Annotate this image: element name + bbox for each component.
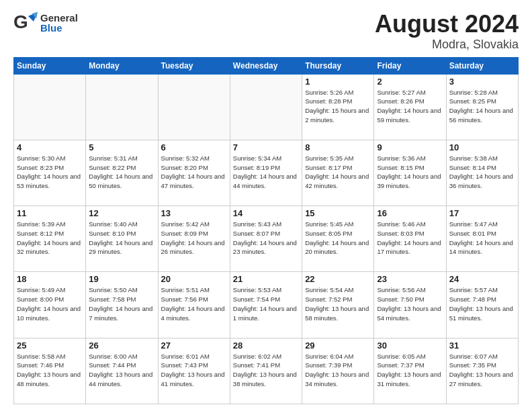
day-cell-0-4: 1Sunrise: 5:26 AM Sunset: 8:28 PM Daylig… [302, 74, 374, 140]
day-cell-4-1: 26Sunrise: 6:00 AM Sunset: 7:44 PM Dayli… [86, 338, 158, 404]
day-cell-3-6: 24Sunrise: 5:57 AM Sunset: 7:48 PM Dayli… [446, 272, 518, 338]
day-cell-0-2 [158, 74, 230, 140]
col-friday: Friday [374, 57, 446, 74]
day-cell-1-5: 9Sunrise: 5:36 AM Sunset: 8:15 PM Daylig… [374, 140, 446, 205]
day-info: Sunrise: 6:04 AM Sunset: 7:39 PM Dayligh… [305, 352, 371, 389]
day-cell-0-5: 2Sunrise: 5:27 AM Sunset: 8:26 PM Daylig… [374, 74, 446, 140]
day-info: Sunrise: 5:53 AM Sunset: 7:54 PM Dayligh… [233, 285, 299, 322]
day-info: Sunrise: 5:35 AM Sunset: 8:17 PM Dayligh… [305, 154, 371, 191]
logo: G General Blue [13, 11, 78, 35]
day-info: Sunrise: 6:07 AM Sunset: 7:35 PM Dayligh… [449, 352, 515, 389]
day-number: 22 [305, 274, 371, 284]
day-cell-2-2: 13Sunrise: 5:42 AM Sunset: 8:09 PM Dayli… [158, 206, 230, 272]
day-cell-3-3: 21Sunrise: 5:53 AM Sunset: 7:54 PM Dayli… [230, 272, 302, 338]
day-cell-0-3 [230, 74, 302, 140]
logo-blue-text: Blue [40, 23, 78, 33]
day-info: Sunrise: 5:30 AM Sunset: 8:23 PM Dayligh… [17, 154, 83, 191]
day-info: Sunrise: 6:00 AM Sunset: 7:44 PM Dayligh… [89, 352, 154, 389]
day-cell-2-6: 17Sunrise: 5:47 AM Sunset: 8:01 PM Dayli… [446, 206, 518, 272]
day-info: Sunrise: 5:27 AM Sunset: 8:26 PM Dayligh… [377, 88, 443, 125]
day-info: Sunrise: 5:39 AM Sunset: 8:12 PM Dayligh… [17, 220, 83, 257]
week-row-1: 4Sunrise: 5:30 AM Sunset: 8:23 PM Daylig… [14, 140, 519, 205]
day-number: 15 [305, 208, 371, 218]
day-number: 19 [89, 274, 154, 284]
header: G General Blue August 2024 Modra, Slovak… [13, 11, 519, 52]
day-number: 25 [17, 340, 83, 351]
day-number: 4 [17, 142, 83, 152]
day-number: 2 [377, 77, 443, 87]
day-cell-4-0: 25Sunrise: 5:58 AM Sunset: 7:46 PM Dayli… [14, 338, 86, 404]
calendar-table: Sunday Monday Tuesday Wednesday Thursday… [13, 57, 519, 404]
day-info: Sunrise: 5:51 AM Sunset: 7:56 PM Dayligh… [161, 285, 227, 322]
calendar-subtitle: Modra, Slovakia [375, 38, 519, 52]
day-info: Sunrise: 5:43 AM Sunset: 8:07 PM Dayligh… [233, 220, 299, 257]
week-row-2: 11Sunrise: 5:39 AM Sunset: 8:12 PM Dayli… [14, 206, 519, 272]
day-cell-1-2: 6Sunrise: 5:32 AM Sunset: 8:20 PM Daylig… [158, 140, 230, 205]
day-info: Sunrise: 5:57 AM Sunset: 7:48 PM Dayligh… [449, 285, 515, 322]
day-info: Sunrise: 5:38 AM Sunset: 8:14 PM Dayligh… [449, 154, 515, 191]
day-info: Sunrise: 6:01 AM Sunset: 7:43 PM Dayligh… [161, 352, 227, 389]
col-tuesday: Tuesday [158, 57, 230, 74]
day-info: Sunrise: 5:34 AM Sunset: 8:19 PM Dayligh… [233, 154, 299, 191]
week-row-0: 1Sunrise: 5:26 AM Sunset: 8:28 PM Daylig… [14, 74, 519, 140]
col-wednesday: Wednesday [230, 57, 302, 74]
day-cell-2-3: 14Sunrise: 5:43 AM Sunset: 8:07 PM Dayli… [230, 206, 302, 272]
day-number: 29 [305, 340, 371, 351]
day-number: 6 [161, 142, 227, 152]
page: G General Blue August 2024 Modra, Slovak… [0, 0, 532, 411]
day-info: Sunrise: 5:58 AM Sunset: 7:46 PM Dayligh… [17, 352, 83, 389]
day-number: 3 [449, 77, 515, 87]
day-number: 26 [89, 340, 154, 351]
day-info: Sunrise: 5:26 AM Sunset: 8:28 PM Dayligh… [305, 88, 371, 125]
day-info: Sunrise: 5:45 AM Sunset: 8:05 PM Dayligh… [305, 220, 371, 257]
day-cell-2-0: 11Sunrise: 5:39 AM Sunset: 8:12 PM Dayli… [14, 206, 86, 272]
day-info: Sunrise: 5:31 AM Sunset: 8:22 PM Dayligh… [89, 154, 154, 191]
day-cell-3-1: 19Sunrise: 5:50 AM Sunset: 7:58 PM Dayli… [86, 272, 158, 338]
day-number: 10 [449, 142, 515, 152]
day-cell-3-5: 23Sunrise: 5:56 AM Sunset: 7:50 PM Dayli… [374, 272, 446, 338]
day-number: 28 [233, 340, 299, 351]
day-cell-1-0: 4Sunrise: 5:30 AM Sunset: 8:23 PM Daylig… [14, 140, 86, 205]
day-number: 9 [377, 142, 443, 152]
day-cell-4-4: 29Sunrise: 6:04 AM Sunset: 7:39 PM Dayli… [302, 338, 374, 404]
day-info: Sunrise: 5:46 AM Sunset: 8:03 PM Dayligh… [377, 220, 443, 257]
day-cell-2-4: 15Sunrise: 5:45 AM Sunset: 8:05 PM Dayli… [302, 206, 374, 272]
day-info: Sunrise: 6:05 AM Sunset: 7:37 PM Dayligh… [377, 352, 443, 389]
day-info: Sunrise: 5:42 AM Sunset: 8:09 PM Dayligh… [161, 220, 227, 257]
week-row-3: 18Sunrise: 5:49 AM Sunset: 8:00 PM Dayli… [14, 272, 519, 338]
day-cell-0-6: 3Sunrise: 5:28 AM Sunset: 8:25 PM Daylig… [446, 74, 518, 140]
day-number: 1 [305, 77, 371, 87]
day-number: 31 [449, 340, 515, 351]
day-info: Sunrise: 6:02 AM Sunset: 7:41 PM Dayligh… [233, 352, 299, 389]
day-cell-3-2: 20Sunrise: 5:51 AM Sunset: 7:56 PM Dayli… [158, 272, 230, 338]
day-cell-4-5: 30Sunrise: 6:05 AM Sunset: 7:37 PM Dayli… [374, 338, 446, 404]
day-cell-2-5: 16Sunrise: 5:46 AM Sunset: 8:03 PM Dayli… [374, 206, 446, 272]
day-info: Sunrise: 5:54 AM Sunset: 7:52 PM Dayligh… [305, 285, 371, 322]
day-cell-3-4: 22Sunrise: 5:54 AM Sunset: 7:52 PM Dayli… [302, 272, 374, 338]
day-number: 17 [449, 208, 515, 218]
day-number: 27 [161, 340, 227, 351]
day-cell-1-4: 8Sunrise: 5:35 AM Sunset: 8:17 PM Daylig… [302, 140, 374, 205]
day-number: 13 [161, 208, 227, 218]
day-number: 21 [233, 274, 299, 284]
week-row-4: 25Sunrise: 5:58 AM Sunset: 7:46 PM Dayli… [14, 338, 519, 404]
day-number: 11 [17, 208, 83, 218]
day-number: 14 [233, 208, 299, 218]
col-sunday: Sunday [14, 57, 86, 74]
day-cell-0-1 [86, 74, 158, 140]
day-info: Sunrise: 5:36 AM Sunset: 8:15 PM Dayligh… [377, 154, 443, 191]
day-number: 7 [233, 142, 299, 152]
day-cell-3-0: 18Sunrise: 5:49 AM Sunset: 8:00 PM Dayli… [14, 272, 86, 338]
day-info: Sunrise: 5:49 AM Sunset: 8:00 PM Dayligh… [17, 285, 83, 322]
col-thursday: Thursday [302, 57, 374, 74]
day-cell-1-3: 7Sunrise: 5:34 AM Sunset: 8:19 PM Daylig… [230, 140, 302, 205]
day-cell-4-2: 27Sunrise: 6:01 AM Sunset: 7:43 PM Dayli… [158, 338, 230, 404]
logo-general-text: General [40, 13, 78, 23]
day-info: Sunrise: 5:28 AM Sunset: 8:25 PM Dayligh… [449, 88, 515, 125]
day-info: Sunrise: 5:56 AM Sunset: 7:50 PM Dayligh… [377, 285, 443, 322]
day-number: 18 [17, 274, 83, 284]
day-number: 16 [377, 208, 443, 218]
col-saturday: Saturday [446, 57, 518, 74]
day-cell-0-0 [14, 74, 86, 140]
day-number: 8 [305, 142, 371, 152]
